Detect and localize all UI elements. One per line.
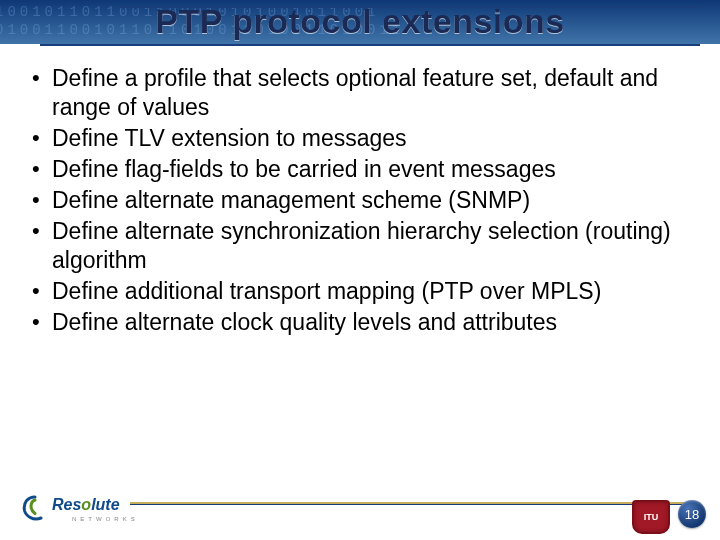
logo-subtext: NETWORKS xyxy=(72,516,139,522)
page-number: 18 xyxy=(678,500,706,528)
shield-icon: ITU xyxy=(632,500,670,534)
logo-text-part: Res xyxy=(52,496,81,513)
itu-label: ITU xyxy=(644,512,659,522)
list-item: Define alternate management scheme (SNMP… xyxy=(28,186,686,215)
logo-text-part: lute xyxy=(91,496,119,513)
swirl-icon xyxy=(20,494,50,524)
list-item: Define alternate synchronization hierarc… xyxy=(28,217,686,275)
logo-text-accent: o xyxy=(81,496,91,513)
list-item: Define a profile that selects optional f… xyxy=(28,64,686,122)
itu-badge: ITU xyxy=(632,500,666,530)
page-title: PTP protocol extensions xyxy=(0,2,720,41)
logo-text: Resolute xyxy=(52,496,120,514)
bullet-list: Define a profile that selects optional f… xyxy=(28,64,686,337)
header-rule xyxy=(40,44,700,46)
list-item: Define alternate clock quality levels an… xyxy=(28,308,686,337)
footer: Resolute NETWORKS ITU 18 xyxy=(0,484,720,540)
footer-rule xyxy=(130,502,696,505)
slide-body: Define a profile that selects optional f… xyxy=(28,64,686,339)
list-item: Define additional transport mapping (PTP… xyxy=(28,277,686,306)
company-logo: Resolute NETWORKS xyxy=(20,494,130,530)
list-item: Define flag-fields to be carried in even… xyxy=(28,155,686,184)
page-number-value: 18 xyxy=(685,507,699,522)
list-item: Define TLV extension to messages xyxy=(28,124,686,153)
